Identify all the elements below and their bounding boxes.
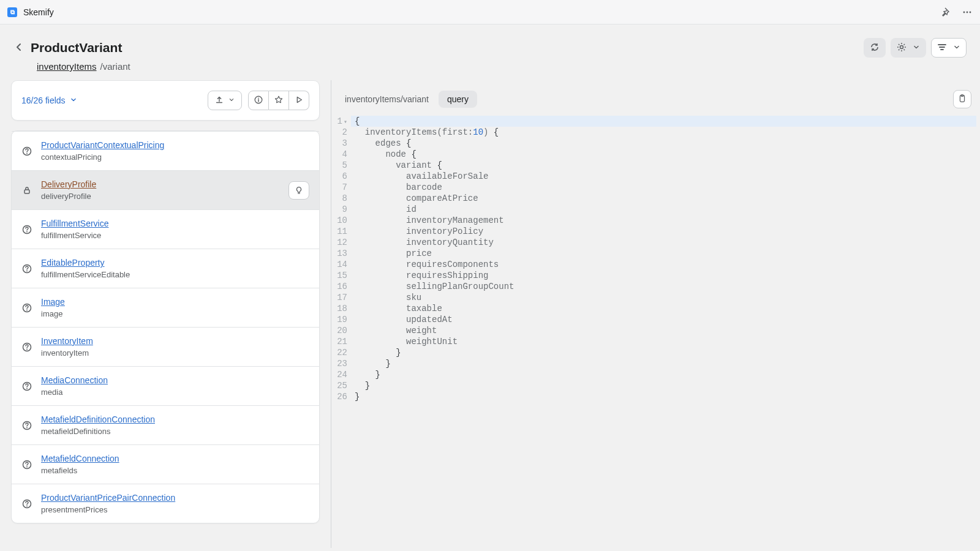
right-pane: inventoryItems/variant query 1 ▾23456789… xyxy=(331,80,980,548)
field-subtitle: metafieldDefinitions xyxy=(41,427,309,436)
lock-icon xyxy=(21,185,32,196)
page-title: ProductVariant xyxy=(31,40,122,55)
chevron-down-icon xyxy=(912,43,921,53)
run-button[interactable] xyxy=(289,91,309,110)
help-icon xyxy=(21,263,32,274)
chevron-down-icon xyxy=(952,43,961,53)
field-title[interactable]: Image xyxy=(41,297,309,307)
field-row[interactable]: MetafieldDefinitionConnectionmetafieldDe… xyxy=(12,405,319,444)
field-title[interactable]: ProductVariantContextualPricing xyxy=(41,140,309,150)
upload-icon xyxy=(214,95,224,107)
play-icon xyxy=(294,95,304,107)
field-row[interactable]: MediaConnectionmedia xyxy=(12,366,319,405)
info-icon xyxy=(254,95,263,107)
field-title[interactable]: ProductVariantPricePairConnection xyxy=(41,493,309,503)
field-subtitle: deliveryProfile xyxy=(41,192,280,201)
field-title[interactable]: FulfillmentService xyxy=(41,219,309,228)
clipboard-icon xyxy=(957,94,967,105)
field-title[interactable]: EditableProperty xyxy=(41,258,309,268)
settings-button[interactable] xyxy=(891,38,926,58)
field-row[interactable]: Imageimage xyxy=(12,288,319,327)
field-subtitle: contextualPricing xyxy=(41,152,309,162)
idea-button[interactable] xyxy=(288,181,309,200)
breadcrumb: inventoryItems/variant xyxy=(37,61,967,72)
field-list: ProductVariantContextualPricingcontextua… xyxy=(11,130,320,523)
help-icon xyxy=(21,381,32,392)
page-header: ProductVariant inventoryItems/variant xyxy=(0,24,980,80)
field-subtitle: fulfillmentServiceEditable xyxy=(41,270,309,279)
pin-icon[interactable] xyxy=(940,7,951,18)
breadcrumb-link[interactable]: inventoryItems xyxy=(37,61,97,72)
export-button[interactable] xyxy=(208,91,242,110)
field-title[interactable]: MediaConnection xyxy=(41,375,309,385)
refresh-button[interactable] xyxy=(864,38,886,58)
query-pill[interactable]: query xyxy=(439,91,477,108)
field-row[interactable]: ProductVariantContextualPricingcontextua… xyxy=(12,131,319,170)
help-icon xyxy=(21,342,32,353)
field-subtitle: presentmentPrices xyxy=(41,505,309,514)
field-row[interactable]: FulfillmentServicefulfillmentService xyxy=(12,209,319,249)
refresh-icon xyxy=(869,42,880,54)
info-button[interactable] xyxy=(248,91,269,110)
star-icon xyxy=(274,95,284,107)
field-subtitle: media xyxy=(41,388,309,397)
editor-path: inventoryItems/variant xyxy=(345,94,429,104)
gear-icon xyxy=(896,42,907,54)
field-subtitle: image xyxy=(41,309,309,318)
filter-icon xyxy=(937,42,948,54)
field-title[interactable]: InventoryItem xyxy=(41,336,309,346)
field-title[interactable]: MetafieldDefinitionConnection xyxy=(41,414,309,424)
filter-button[interactable] xyxy=(931,38,967,58)
help-icon xyxy=(21,420,32,431)
fields-toolbar-card: 16/26 fields xyxy=(11,80,320,121)
field-subtitle: metafields xyxy=(41,466,309,475)
field-row[interactable]: EditablePropertyfulfillmentServiceEditab… xyxy=(12,249,319,288)
field-row[interactable]: InventoryIteminventoryItem xyxy=(12,327,319,366)
help-icon xyxy=(21,302,32,313)
breadcrumb-rest: /variant xyxy=(100,61,130,72)
field-row[interactable]: MetafieldConnectionmetafields xyxy=(12,444,319,484)
fields-count-label: 16/26 fields xyxy=(21,96,66,105)
code-editor[interactable]: 1 ▾2345678910111213141516171819202122232… xyxy=(331,114,980,548)
field-title[interactable]: MetafieldConnection xyxy=(41,454,309,463)
star-button[interactable] xyxy=(269,91,289,110)
fields-count-toggle[interactable]: 16/26 fields xyxy=(21,96,78,106)
help-icon xyxy=(21,498,32,509)
field-subtitle: inventoryItem xyxy=(41,348,309,358)
titlebar: ⧉ Skemify xyxy=(0,0,980,24)
help-icon xyxy=(21,459,32,470)
app-name: Skemify xyxy=(23,7,54,17)
left-pane: 16/26 fields xyxy=(0,80,331,548)
help-icon xyxy=(21,224,32,235)
chevron-down-icon xyxy=(69,96,78,106)
field-row[interactable]: DeliveryProfiledeliveryProfile xyxy=(12,170,319,209)
field-row[interactable]: ProductVariantPricePairConnectionpresent… xyxy=(12,484,319,523)
app-icon: ⧉ xyxy=(7,7,17,17)
back-button[interactable] xyxy=(13,42,24,54)
field-subtitle: fulfillmentService xyxy=(41,231,309,240)
field-title[interactable]: DeliveryProfile xyxy=(41,179,280,189)
help-icon xyxy=(21,146,32,157)
copy-button[interactable] xyxy=(953,90,971,108)
ellipsis-icon[interactable] xyxy=(962,7,973,18)
chevron-down-icon xyxy=(228,96,235,105)
